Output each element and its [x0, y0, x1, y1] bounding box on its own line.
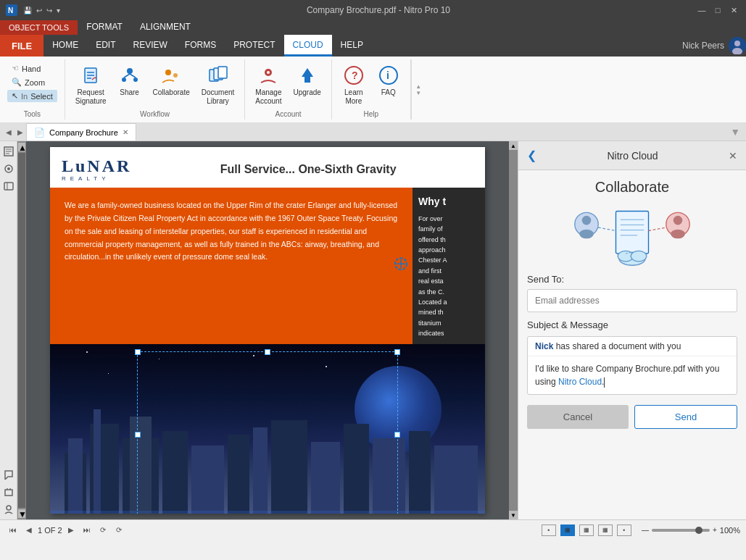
- learn-more-button[interactable]: ? Learn More: [338, 61, 370, 109]
- ribbon: OBJECT TOOLS FORMAT ALIGNMENT FILE HOME …: [0, 20, 746, 123]
- tab-protect[interactable]: PROTECT: [225, 35, 283, 57]
- user-avatar[interactable]: [729, 37, 746, 54]
- ribbon-group-workflow: Request Signature Share: [65, 59, 246, 120]
- share-button[interactable]: Share: [114, 61, 146, 100]
- sidebar-btn-2[interactable]: [1, 162, 16, 176]
- panel-back-button[interactable]: ❮: [527, 149, 536, 162]
- sidebar-btn-5[interactable]: [1, 502, 16, 517]
- right-scrollbar[interactable]: ▲ ▼: [509, 141, 518, 519]
- manage-account-label: Manage Account: [255, 88, 281, 106]
- redo-quick-btn[interactable]: ↪: [45, 5, 54, 16]
- user-area: Nick Peers: [682, 35, 746, 57]
- tab-scroll-right[interactable]: ▶: [14, 128, 26, 136]
- zoom-out-icon[interactable]: —: [642, 526, 649, 534]
- app-icon: N: [6, 4, 17, 16]
- prev-page-button[interactable]: ◀: [22, 523, 36, 538]
- first-page-button[interactable]: ⏮: [6, 523, 20, 538]
- tagline: Full Service... One-Sixth Gravity: [143, 163, 473, 176]
- view-single-btn[interactable]: ▪: [542, 525, 556, 536]
- tab-review[interactable]: REVIEW: [125, 35, 176, 57]
- signature-icon: [79, 64, 102, 87]
- sidebar-btn-3[interactable]: [1, 179, 16, 193]
- cursor-graphic: [394, 256, 408, 275]
- tab-home[interactable]: HOME: [43, 35, 87, 57]
- handle-t[interactable]: [265, 349, 270, 355]
- subject-message-area[interactable]: Nick has shared a document with you I'd …: [527, 336, 737, 395]
- fit-width-button[interactable]: ⟳: [112, 523, 126, 538]
- maximize-button[interactable]: □: [711, 4, 724, 16]
- right-column-text: For overfamily ofoffered thapproachChest…: [418, 214, 479, 339]
- panel-close-button[interactable]: ✕: [729, 150, 737, 162]
- cancel-button[interactable]: Cancel: [527, 405, 629, 429]
- scroll-top-btn[interactable]: ▲: [509, 141, 518, 150]
- tab-area-scroll[interactable]: ▼: [730, 126, 746, 138]
- select-tool-button[interactable]: ↖ In Select: [7, 90, 57, 102]
- pdf-viewport[interactable]: ▲ ▼ LuNAR REALTY: [17, 141, 518, 519]
- save-quick-btn[interactable]: 💾: [22, 5, 33, 16]
- ribbon-group-help: ? Learn More i FAQ: [332, 59, 411, 120]
- document-library-button[interactable]: Document Library: [197, 61, 239, 109]
- message-body[interactable]: I'd like to share Company Brochure.pdf w…: [528, 356, 737, 394]
- sidebar-btn-4[interactable]: [1, 485, 16, 499]
- nitro-cloud-link[interactable]: Nitro Cloud: [558, 377, 602, 387]
- zoom-slider[interactable]: [652, 529, 710, 532]
- sidebar-btn-1[interactable]: [1, 144, 16, 159]
- workflow-buttons: Request Signature Share: [71, 61, 239, 109]
- scroll-bottom-btn[interactable]: ▼: [509, 511, 518, 519]
- tab-forms[interactable]: FORMS: [176, 35, 225, 57]
- tab-alignment[interactable]: ALIGNMENT: [131, 20, 199, 35]
- tab-scroll-left[interactable]: ◀: [3, 128, 14, 136]
- undo-quick-btn[interactable]: ↩: [35, 5, 43, 16]
- last-page-button[interactable]: ⏭: [80, 523, 94, 538]
- close-button[interactable]: ✕: [727, 4, 740, 16]
- document-tab[interactable]: 📄 Company Brochure ✕: [26, 123, 136, 141]
- scroll-up-btn[interactable]: ▲: [18, 143, 25, 151]
- vertical-scrollbar[interactable]: ▲ ▼: [17, 141, 26, 519]
- pdf-scroll-area[interactable]: ▲ ▼ LuNAR REALTY: [17, 141, 509, 519]
- tab-edit[interactable]: EDIT: [87, 35, 124, 57]
- view-double-btn[interactable]: ▦: [560, 525, 575, 536]
- orange-section: We are a family-owned business located o…: [50, 188, 413, 344]
- faq-button[interactable]: i FAQ: [373, 61, 405, 100]
- title-bar-controls: — □ ✕: [695, 4, 740, 16]
- tab-cloud[interactable]: CLOUD: [284, 35, 332, 57]
- zoom-in-icon[interactable]: +: [713, 526, 717, 534]
- fit-page-button[interactable]: ⟳: [96, 523, 110, 538]
- ribbon-scroll-button[interactable]: ▲ ▼: [411, 59, 426, 120]
- manage-account-button[interactable]: Manage Account: [251, 61, 286, 109]
- view-facing-btn[interactable]: ▦: [598, 525, 613, 536]
- view-present-btn[interactable]: ▪: [617, 525, 631, 536]
- tab-help[interactable]: HELP: [332, 35, 372, 57]
- window-title: Company Brochure.pdf - Nitro Pro 10: [62, 5, 695, 15]
- nitro-cloud-panel: ❮ Nitro Cloud ✕ Collaborate: [518, 141, 746, 519]
- collaborate-button[interactable]: Collaborate: [149, 61, 194, 100]
- handle-tl[interactable]: [135, 349, 141, 355]
- zoom-thumb[interactable]: [695, 527, 703, 534]
- quick-access-toolbar: 💾 ↩ ↪ ▾: [22, 5, 62, 16]
- zoom-tool-button[interactable]: 🔍 Zoom: [7, 76, 57, 88]
- minimize-button[interactable]: —: [695, 4, 708, 16]
- document-library-label: Document Library: [202, 88, 235, 106]
- select-icon: ↖: [12, 91, 18, 101]
- email-input[interactable]: [527, 289, 737, 312]
- skyline-svg: [50, 395, 485, 514]
- hand-tool-button[interactable]: ☜ Hand: [7, 62, 57, 75]
- sidebar-btn-comment[interactable]: [1, 467, 16, 482]
- zoom-level-display: 100%: [720, 526, 740, 535]
- scroll-thumb[interactable]: [18, 153, 25, 508]
- request-signature-button[interactable]: Request Signature: [71, 61, 111, 109]
- scroll-track[interactable]: [509, 150, 518, 511]
- tab-file[interactable]: FILE: [0, 35, 43, 57]
- select-label: Select: [30, 92, 53, 101]
- upgrade-button[interactable]: Upgrade: [289, 61, 325, 100]
- customize-quick-btn[interactable]: ▾: [55, 5, 62, 16]
- svg-rect-47: [162, 431, 188, 514]
- scroll-down-btn[interactable]: ▼: [18, 509, 25, 518]
- next-page-button[interactable]: ▶: [64, 523, 78, 538]
- why-title: Why t: [418, 193, 479, 211]
- view-scroll-btn[interactable]: ▦: [579, 525, 594, 536]
- tab-format[interactable]: FORMAT: [78, 20, 131, 35]
- tab-close-button[interactable]: ✕: [123, 128, 128, 136]
- send-button[interactable]: Send: [634, 405, 737, 429]
- handle-tr[interactable]: [394, 349, 400, 355]
